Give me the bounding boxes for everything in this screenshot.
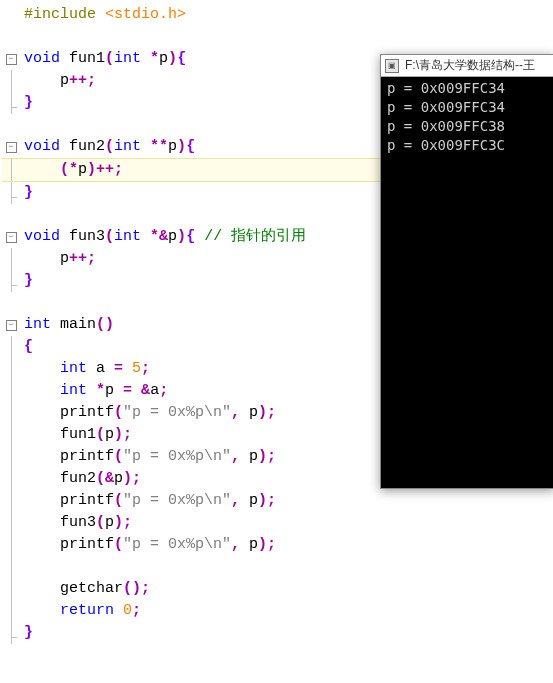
fold-gutter	[2, 358, 20, 380]
fold-gutter[interactable]: −	[2, 136, 20, 158]
console-line: p = 0x009FFC34	[387, 98, 548, 117]
fold-gutter	[2, 380, 20, 402]
code-line[interactable]: #include <stdio.h>	[2, 4, 553, 26]
fold-gutter[interactable]: −	[2, 48, 20, 70]
fold-gutter	[2, 468, 20, 490]
fold-gutter	[2, 159, 20, 181]
console-title-text: F:\青岛大学数据结构--王	[405, 57, 535, 74]
code-text[interactable]	[20, 556, 553, 578]
code-text[interactable]: fun3(p);	[20, 512, 553, 534]
console-line: p = 0x009FFC3C	[387, 136, 548, 155]
fold-gutter[interactable]: −	[2, 226, 20, 248]
fold-gutter	[2, 270, 20, 292]
fold-gutter	[2, 26, 20, 48]
code-line[interactable]: return 0;	[2, 600, 553, 622]
code-text[interactable]: printf("p = 0x%p\n", p);	[20, 490, 553, 512]
fold-gutter	[2, 248, 20, 270]
code-text[interactable]: #include <stdio.h>	[20, 4, 553, 26]
code-line[interactable]: printf("p = 0x%p\n", p);	[2, 534, 553, 556]
code-text[interactable]: printf("p = 0x%p\n", p);	[20, 534, 553, 556]
fold-gutter	[2, 182, 20, 204]
code-line[interactable]	[2, 26, 553, 48]
fold-gutter	[2, 512, 20, 534]
console-app-icon: ▣	[385, 59, 399, 73]
fold-gutter	[2, 336, 20, 358]
fold-gutter	[2, 4, 20, 26]
fold-gutter	[2, 424, 20, 446]
fold-minus-icon[interactable]: −	[6, 320, 17, 331]
console-output: p = 0x009FFC34p = 0x009FFC34p = 0x009FFC…	[381, 77, 553, 157]
fold-gutter	[2, 70, 20, 92]
fold-gutter	[2, 490, 20, 512]
code-line[interactable]: }	[2, 622, 553, 644]
fold-gutter	[2, 292, 20, 314]
code-text[interactable]: getchar();	[20, 578, 553, 600]
fold-minus-icon[interactable]: −	[6, 142, 17, 153]
console-line: p = 0x009FFC34	[387, 79, 548, 98]
code-text[interactable]	[20, 26, 553, 48]
fold-gutter	[2, 114, 20, 136]
code-text[interactable]: return 0;	[20, 600, 553, 622]
fold-gutter	[2, 534, 20, 556]
code-line[interactable]: fun3(p);	[2, 512, 553, 534]
fold-gutter[interactable]: −	[2, 314, 20, 336]
console-line: p = 0x009FFC38	[387, 117, 548, 136]
code-line[interactable]: printf("p = 0x%p\n", p);	[2, 490, 553, 512]
console-titlebar[interactable]: ▣ F:\青岛大学数据结构--王	[381, 55, 553, 77]
fold-minus-icon[interactable]: −	[6, 54, 17, 65]
fold-gutter	[2, 92, 20, 114]
fold-gutter	[2, 446, 20, 468]
fold-gutter	[2, 622, 20, 644]
code-line[interactable]: getchar();	[2, 578, 553, 600]
fold-gutter	[2, 402, 20, 424]
code-text[interactable]: }	[20, 622, 553, 644]
fold-minus-icon[interactable]: −	[6, 232, 17, 243]
fold-gutter	[2, 600, 20, 622]
fold-gutter	[2, 578, 20, 600]
code-line[interactable]	[2, 556, 553, 578]
console-window: ▣ F:\青岛大学数据结构--王 p = 0x009FFC34p = 0x009…	[380, 54, 553, 489]
fold-gutter	[2, 556, 20, 578]
fold-gutter	[2, 204, 20, 226]
